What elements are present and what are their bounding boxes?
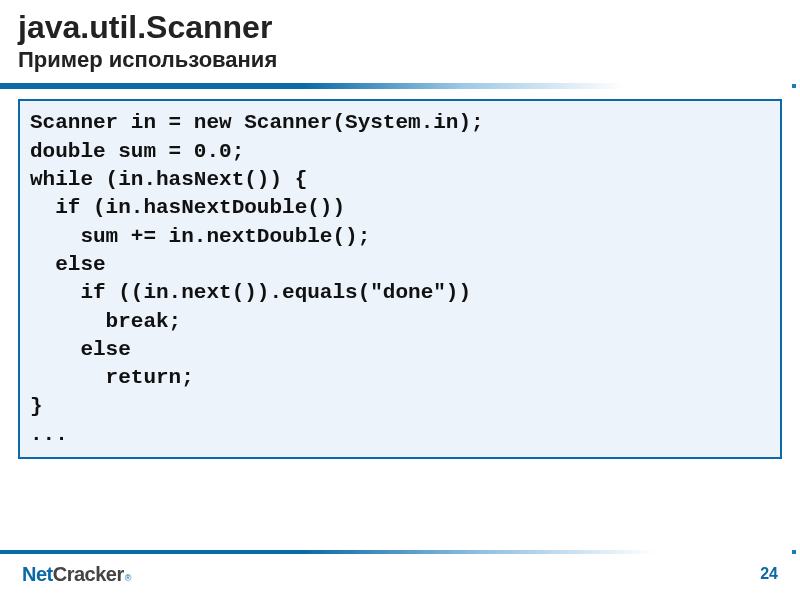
logo-part-net: Net <box>22 563 53 586</box>
slide-footer: NetCracker® 24 <box>0 554 800 600</box>
logo-part-cracker: Cracker <box>53 563 124 586</box>
code-block: Scanner in = new Scanner(System.in); dou… <box>18 99 782 459</box>
page-number: 24 <box>760 565 778 583</box>
slide-subtitle: Пример использования <box>18 47 782 73</box>
logo-registered: ® <box>125 573 132 583</box>
slide: java.util.Scanner Пример использования S… <box>0 0 800 600</box>
brand-logo: NetCracker® <box>22 563 131 586</box>
title-divider <box>18 83 782 89</box>
slide-title: java.util.Scanner <box>18 10 782 45</box>
